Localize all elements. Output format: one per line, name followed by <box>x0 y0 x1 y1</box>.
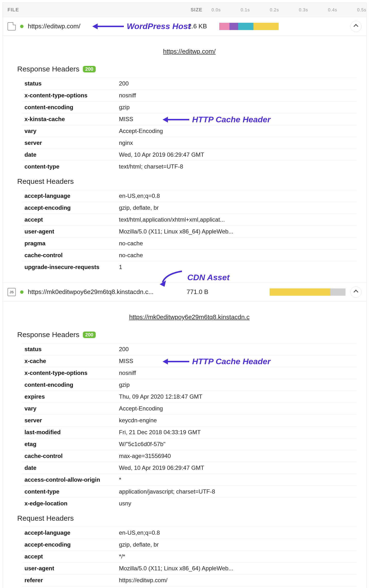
header-key: content-encoding <box>24 381 119 388</box>
header-row: x-cacheMISS HTTP Cache Header <box>22 355 357 367</box>
header-value: * <box>119 476 121 483</box>
status-badge: 200 <box>83 331 96 338</box>
header-value: 1 <box>119 264 122 270</box>
file-type-icon: JS <box>8 288 16 296</box>
header-value: no-cache <box>119 252 143 259</box>
collapse-button[interactable] <box>350 287 361 298</box>
col-file: FILE <box>8 7 177 13</box>
request-detail: https://mk0editwpoy6e29m6tq8.kinstacdn.c… <box>3 301 366 588</box>
header-key: cache-control <box>24 453 119 459</box>
request-url: https://mk0editwpoy6e29m6tq8.kinstacdn.c… <box>28 288 178 296</box>
header-row: content-encodinggzip <box>22 379 357 391</box>
header-value: MISS <box>119 116 133 122</box>
header-key: server <box>24 140 119 146</box>
header-key: expires <box>24 393 119 400</box>
header-key: x-cache <box>24 358 119 364</box>
file-type-icon <box>8 22 16 30</box>
header-key: accept-language <box>24 529 119 536</box>
header-value: MISS <box>119 358 133 364</box>
timing-bar <box>219 23 346 30</box>
detail-url[interactable]: https://mk0editwpoy6e29m6tq8.kinstacdn.c <box>22 313 357 321</box>
header-row: content-typetext/html; charset=UTF-8 <box>22 160 357 172</box>
header-row: x-content-type-optionsnosniff <box>22 89 357 101</box>
request-row[interactable]: JShttps://mk0editwpoy6e29m6tq8.kinstacdn… <box>3 283 366 301</box>
header-row: refererhttps://editwp.com/ <box>22 574 357 586</box>
header-key: date <box>24 465 119 471</box>
header-key: user-agent <box>24 565 119 572</box>
header-value: 200 <box>119 346 129 353</box>
timeline-tick: 0.0s <box>212 7 221 12</box>
chevron-up-icon <box>353 290 358 294</box>
header-value: en-US,en;q=0.8 <box>119 529 160 536</box>
header-row: dateWed, 10 Apr 2019 06:29:47 GMT <box>22 149 357 160</box>
header-row: x-content-type-optionsnosniff <box>22 367 357 379</box>
svg-marker-6 <box>163 359 168 364</box>
status-dot-icon <box>20 290 23 294</box>
header-row: status200 <box>22 343 357 355</box>
header-key: etag <box>24 441 119 448</box>
header-value: application/javascript; charset=UTF-8 <box>119 488 215 495</box>
request-size: 771.0 B <box>178 288 217 296</box>
request-detail: https://editwp.com/Response Headers200st… <box>3 36 366 283</box>
header-key: pragma <box>24 240 119 247</box>
status-dot-icon <box>20 25 23 28</box>
annotation-cache_header: HTTP Cache Header <box>163 115 271 124</box>
header-row: accept*/* <box>22 550 357 562</box>
header-row: upgrade-insecure-requests1 <box>22 261 357 273</box>
header-value: 200 <box>119 80 129 87</box>
header-key: referer <box>24 577 119 584</box>
header-value: en-US,en;q=0.8 <box>119 192 160 199</box>
header-value: text/html,application/xhtml+xml,applicat… <box>119 216 225 223</box>
header-key: status <box>24 80 119 87</box>
collapse-button[interactable] <box>350 21 361 32</box>
request-row[interactable]: https://editwp.com/2.6 KB WordPress Host <box>3 17 366 36</box>
timing-segment <box>270 289 330 296</box>
header-row: pragmano-cache <box>22 237 357 249</box>
header-key: x-content-type-options <box>24 369 119 376</box>
header-value: Fri, 21 Dec 2018 04:33:19 GMT <box>119 429 201 436</box>
header-key: vary <box>24 128 119 134</box>
header-key: accept-encoding <box>24 204 119 211</box>
header-value: nosniff <box>119 369 136 376</box>
header-key: content-encoding <box>24 104 119 111</box>
timing-segment <box>330 289 346 296</box>
header-value: nginx <box>119 140 133 146</box>
header-key: status <box>24 346 119 353</box>
header-row: varyAccept-Encoding <box>22 402 357 414</box>
header-row: accept-languageen-US,en;q=0.8 <box>22 527 357 538</box>
header-row: access-control-allow-origin* <box>22 474 357 486</box>
chevron-up-icon <box>353 24 358 29</box>
timeline-tick: 0.4s <box>328 7 337 12</box>
timing-segment <box>238 23 253 30</box>
header-key: vary <box>24 405 119 412</box>
header-key: x-kinsta-cache <box>24 116 119 122</box>
header-row: content-typeapplication/javascript; char… <box>22 486 357 498</box>
header-row: servernginx <box>22 137 357 149</box>
header-row: x-kinsta-cacheMISS HTTP Cache Header <box>22 113 357 125</box>
timeline-tick: 0.5s <box>357 7 366 12</box>
header-row: dateWed, 10 Apr 2019 06:29:47 GMT <box>22 462 357 474</box>
header-value: usny <box>119 500 131 507</box>
header-key: server <box>24 417 119 424</box>
header-key: upgrade-insecure-requests <box>24 264 119 270</box>
detail-url[interactable]: https://editwp.com/ <box>22 48 357 55</box>
header-row: accept-encodinggzip, deflate, br <box>22 202 357 214</box>
annotation-cache_header: HTTP Cache Header <box>163 357 271 366</box>
header-value: Accept-Encoding <box>119 128 163 134</box>
header-value: https://editwp.com/ <box>119 577 167 584</box>
timing-segment <box>219 23 229 30</box>
header-value: Wed, 10 Apr 2019 06:29:47 GMT <box>119 151 204 158</box>
timing-segment <box>229 23 238 30</box>
header-key: accept <box>24 553 119 560</box>
request-size: 2.6 KB <box>178 22 217 30</box>
header-value: */* <box>119 553 125 560</box>
header-value: Mozilla/5.0 (X11; Linux x86_64) AppleWeb… <box>119 228 233 235</box>
header-row: cache-controlmax-age=31556940 <box>22 450 357 462</box>
header-row: serverkeycdn-engine <box>22 414 357 426</box>
header-key: user-agent <box>24 228 119 235</box>
header-key: accept <box>24 216 119 223</box>
header-value: Thu, 09 Apr 2020 12:18:47 GMT <box>119 393 202 400</box>
header-key: date <box>24 151 119 158</box>
header-value: Accept-Encoding <box>119 405 163 412</box>
header-value: max-age=31556940 <box>119 453 171 459</box>
